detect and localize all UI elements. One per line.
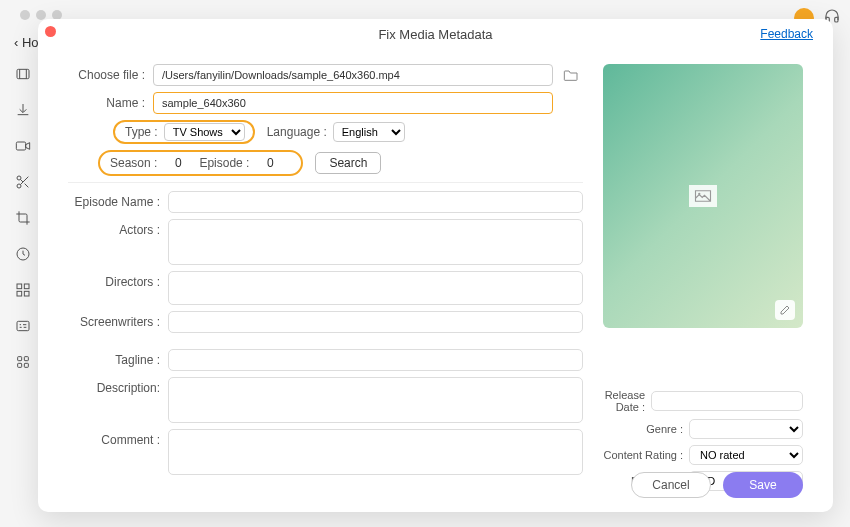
metadata-modal: Fix Media Metadata Feedback Choose file … — [38, 19, 833, 512]
svg-point-2 — [17, 176, 21, 180]
svg-rect-13 — [24, 363, 28, 367]
release-date-label: Release Date : — [603, 389, 651, 413]
type-group: Type : TV Shows — [113, 120, 255, 144]
sidebar-apps-icon[interactable] — [14, 353, 32, 371]
description-input[interactable] — [168, 377, 583, 423]
svg-rect-5 — [17, 284, 22, 289]
search-button[interactable]: Search — [315, 152, 381, 174]
sidebar-crop-icon[interactable] — [14, 209, 32, 227]
edit-poster-icon[interactable] — [775, 300, 795, 320]
type-label: Type : — [125, 125, 158, 139]
choose-file-input[interactable] — [153, 64, 553, 86]
genre-label: Genre : — [603, 423, 689, 435]
episode-name-label: Episode Name : — [68, 191, 168, 209]
traffic-dot — [20, 10, 30, 20]
season-episode-group: Season : Episode : — [98, 150, 303, 176]
feedback-link[interactable]: Feedback — [760, 27, 813, 41]
actors-label: Actors : — [68, 219, 168, 237]
screenwriters-input[interactable] — [168, 311, 583, 333]
season-label: Season : — [110, 156, 157, 170]
save-button[interactable]: Save — [723, 472, 803, 498]
modal-footer: Cancel Save — [631, 472, 803, 498]
actors-input[interactable] — [168, 219, 583, 265]
directors-input[interactable] — [168, 271, 583, 305]
language-select[interactable]: English — [333, 122, 405, 142]
sidebar-compress-icon[interactable] — [14, 245, 32, 263]
svg-rect-12 — [17, 363, 21, 367]
directors-label: Directors : — [68, 271, 168, 289]
tagline-input[interactable] — [168, 349, 583, 371]
svg-rect-0 — [17, 69, 29, 78]
sidebar-merge-icon[interactable] — [14, 281, 32, 299]
screenwriters-label: Screenwriters : — [68, 311, 168, 329]
name-label: Name : — [68, 96, 153, 110]
choose-file-label: Choose file : — [68, 68, 153, 82]
svg-rect-8 — [24, 291, 29, 296]
content-rating-label: Content Rating : — [603, 449, 689, 461]
svg-point-3 — [17, 184, 21, 188]
image-placeholder-icon — [689, 185, 717, 207]
svg-rect-9 — [17, 321, 29, 330]
release-date-input[interactable] — [651, 391, 803, 411]
svg-point-15 — [698, 193, 700, 195]
sidebar-cut-icon[interactable] — [14, 173, 32, 191]
poster-preview — [603, 64, 803, 328]
sidebar-convert-icon[interactable] — [14, 65, 32, 83]
language-label: Language : — [267, 125, 327, 139]
season-input[interactable] — [163, 156, 193, 170]
svg-rect-6 — [24, 284, 29, 289]
genre-select[interactable] — [689, 419, 803, 439]
content-rating-select[interactable]: NO rated — [689, 445, 803, 465]
sidebar-download-icon[interactable] — [14, 101, 32, 119]
sidebar-subtitle-icon[interactable] — [14, 317, 32, 335]
episode-label: Episode : — [199, 156, 249, 170]
tagline-label: Tagline : — [68, 349, 168, 367]
episode-name-input[interactable] — [168, 191, 583, 213]
name-input[interactable] — [153, 92, 553, 114]
svg-rect-10 — [17, 357, 21, 361]
svg-rect-1 — [16, 142, 25, 150]
episode-input[interactable] — [255, 156, 285, 170]
svg-rect-7 — [17, 291, 22, 296]
cancel-button[interactable]: Cancel — [631, 472, 711, 498]
divider — [68, 182, 583, 183]
folder-icon[interactable] — [559, 64, 583, 86]
comment-label: Comment : — [68, 429, 168, 447]
modal-title: Fix Media Metadata — [38, 19, 833, 50]
svg-rect-11 — [24, 357, 28, 361]
description-label: Description: — [68, 377, 168, 395]
comment-input[interactable] — [168, 429, 583, 475]
close-icon[interactable] — [45, 26, 56, 37]
sidebar-video-icon[interactable] — [14, 137, 32, 155]
type-select[interactable]: TV Shows — [164, 123, 245, 141]
back-nav[interactable]: ‹ Ho — [14, 35, 39, 50]
